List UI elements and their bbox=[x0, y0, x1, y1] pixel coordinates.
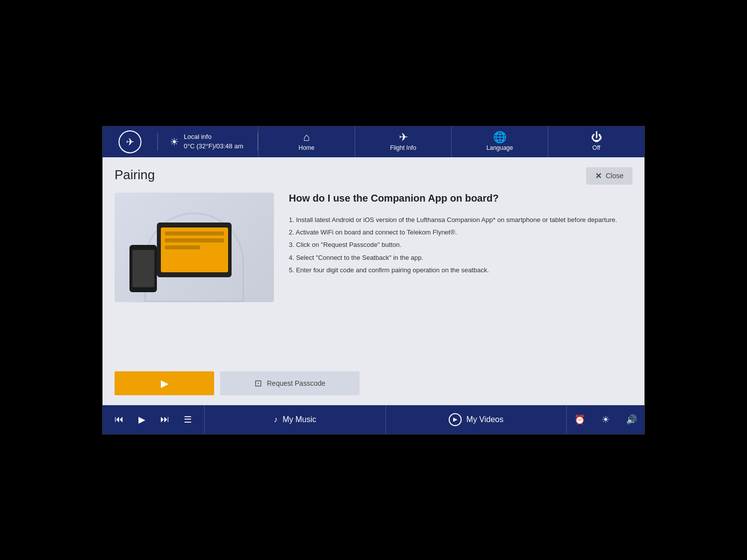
nav-item-language[interactable]: 🌐 Language bbox=[451, 126, 548, 157]
step-2: 2. Activate WiFi on board and connect to… bbox=[289, 226, 632, 238]
alarm-button[interactable]: ⏰ bbox=[567, 405, 593, 434]
playback-controls: ⏮ ▶ ⏭ ☰ bbox=[103, 405, 204, 434]
play-button[interactable]: ▶ bbox=[115, 371, 214, 395]
power-icon: ⏻ bbox=[591, 132, 602, 143]
local-info-temp: 0°C (32°F)/03:48 am bbox=[184, 142, 244, 151]
pairing-title: Pairing bbox=[115, 167, 155, 183]
request-icon: ⊡ bbox=[254, 378, 262, 389]
nav-items: ⌂ Home ✈ Flight Info 🌐 Language ⏻ Off bbox=[258, 126, 644, 157]
lufthansa-logo: ✈ bbox=[119, 130, 141, 153]
skip-back-icon: ⏮ bbox=[115, 414, 124, 425]
my-music-label: My Music bbox=[282, 415, 316, 424]
local-info-label: Local info bbox=[184, 132, 244, 141]
skip-back-button[interactable]: ⏮ bbox=[108, 405, 130, 434]
tablet-shape bbox=[157, 223, 232, 277]
instructions-steps: 1. Install latest Android or iOS version… bbox=[289, 214, 632, 277]
home-label: Home bbox=[298, 144, 314, 151]
devices-container bbox=[157, 218, 232, 277]
phone-shape bbox=[129, 245, 157, 292]
close-label: Close bbox=[606, 172, 623, 180]
right-controls: ⏰ ☀ 🔊 bbox=[566, 405, 644, 434]
language-label: Language bbox=[487, 144, 513, 151]
tablet-screen bbox=[161, 227, 228, 272]
pairing-body: How do I use the Companion App on board?… bbox=[115, 193, 632, 363]
play-pause-icon: ▶ bbox=[138, 414, 145, 425]
off-label: Off bbox=[593, 144, 601, 151]
skip-forward-button[interactable]: ⏭ bbox=[153, 405, 176, 434]
ife-screen: ✈ ☀ Local info 0°C (32°F)/03:48 am ⌂ Hom… bbox=[102, 126, 645, 435]
play-pause-button[interactable]: ▶ bbox=[130, 405, 153, 434]
instructions-title: How do I use the Companion App on board? bbox=[289, 193, 632, 204]
action-buttons: ▶ ⊡ Request Passcode bbox=[115, 371, 632, 395]
close-x-icon: ✕ bbox=[595, 171, 602, 181]
request-label: Request Passcode bbox=[267, 379, 326, 387]
bottom-bar: ⏮ ▶ ⏭ ☰ ♪ My Music ▶ My Videos bbox=[103, 405, 644, 434]
instructions-area: How do I use the Companion App on board?… bbox=[289, 193, 632, 363]
brightness-button[interactable]: ☀ bbox=[593, 405, 619, 434]
nav-item-home[interactable]: ⌂ Home bbox=[258, 126, 355, 157]
logo-area: ✈ bbox=[103, 130, 157, 153]
skip-forward-icon: ⏭ bbox=[160, 414, 169, 425]
device-image bbox=[115, 193, 274, 302]
brightness-icon: ☀ bbox=[602, 414, 610, 425]
plane-icon: ✈ bbox=[399, 132, 408, 143]
my-videos-label: My Videos bbox=[467, 415, 503, 424]
my-music-button[interactable]: ♪ My Music bbox=[204, 405, 385, 434]
flight-info-label: Flight Info bbox=[390, 144, 416, 151]
my-videos-button[interactable]: ▶ My Videos bbox=[385, 405, 567, 434]
step-4: 4. Select "Connect to the Seatback" in t… bbox=[289, 252, 632, 263]
video-play-icon: ▶ bbox=[449, 413, 462, 426]
phone-screen bbox=[132, 250, 154, 287]
music-note-icon: ♪ bbox=[273, 415, 277, 424]
local-info-text: Local info 0°C (32°F)/03:48 am bbox=[184, 132, 244, 150]
screen-line-2 bbox=[165, 238, 224, 242]
alarm-icon: ⏰ bbox=[574, 414, 585, 425]
nav-item-off[interactable]: ⏻ Off bbox=[548, 126, 644, 157]
pairing-header: Pairing ✕ Close bbox=[115, 167, 632, 185]
volume-icon: 🔊 bbox=[626, 414, 637, 425]
nav-item-flight-info[interactable]: ✈ Flight Info bbox=[355, 126, 451, 157]
playlist-button[interactable]: ☰ bbox=[176, 405, 199, 434]
playlist-icon: ☰ bbox=[184, 414, 192, 425]
main-content: Pairing ✕ Close bbox=[103, 157, 644, 405]
screen-line-1 bbox=[165, 231, 224, 235]
media-section: ♪ My Music ▶ My Videos bbox=[204, 405, 566, 434]
screen-line-3 bbox=[165, 245, 200, 249]
weather-icon: ☀ bbox=[170, 136, 179, 148]
close-button[interactable]: ✕ Close bbox=[586, 167, 632, 185]
request-passcode-button[interactable]: ⊡ Request Passcode bbox=[220, 371, 360, 395]
volume-button[interactable]: 🔊 bbox=[619, 405, 644, 434]
play-icon: ▶ bbox=[161, 377, 168, 389]
home-icon: ⌂ bbox=[303, 132, 310, 143]
step-3: 3. Click on "Request Passcode" button. bbox=[289, 239, 632, 250]
step-5: 5. Enter four digit code and confirm pai… bbox=[289, 264, 632, 276]
globe-icon: 🌐 bbox=[493, 132, 506, 143]
local-info: ☀ Local info 0°C (32°F)/03:48 am bbox=[158, 132, 257, 150]
top-nav: ✈ ☀ Local info 0°C (32°F)/03:48 am ⌂ Hom… bbox=[103, 126, 644, 157]
step-1: 1. Install latest Android or iOS version… bbox=[289, 214, 632, 225]
